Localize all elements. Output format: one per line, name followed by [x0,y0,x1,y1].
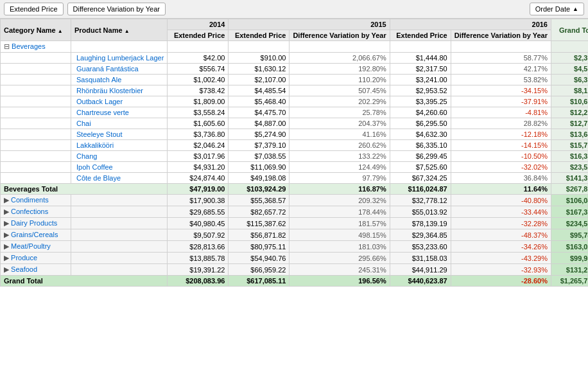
table-cell: $267,868.16 [551,184,589,195]
table-cell: $15,760.44 [551,140,589,151]
col-dv-2016: Difference Variation by Year [451,30,551,41]
table-cell: $2,396.80 [551,53,589,64]
category-label[interactable]: ▶ Meat/Poultry [1,241,71,253]
expand-icon[interactable]: ▶ [4,196,9,204]
row-beverages-total: Beverages Total$47,919.00$103,924.29116.… [1,184,589,195]
table-cell: 58.77% [451,53,551,64]
table-row: Steeleye Stout$3,736.80$5,274.9041.16%$4… [1,129,589,140]
expand-icon[interactable]: ⊟ [4,42,10,50]
table-cell: -48.37% [451,229,551,241]
table-cell: $19,391.22 [168,264,229,276]
table-cell: $103,924.29 [229,184,290,195]
table-cell: -14.15% [451,140,551,151]
table-row: Côte de Blaye$24,874.40$49,198.0897.79%$… [1,173,589,184]
table-cell: 133.22% [290,151,390,162]
table-cell: 196.56% [290,276,390,287]
table-cell: $131,261.73 [551,264,589,276]
year-2014-header: 2014 [168,19,229,30]
category-label[interactable]: ▶ Condiments [1,195,71,206]
category-label[interactable]: ▶ Dairy Products [1,218,71,229]
table-cell: $80,975.11 [229,241,290,253]
table-cell: $55,013.92 [390,206,451,218]
table-cell: -12.18% [451,129,551,140]
row-category: ▶ Confections$29,685.55$82,657.72178.44%… [1,206,589,218]
pill-extended-price[interactable]: Extended Price [4,3,64,15]
row-category: ▶ Dairy Products$40,980.45$115,387.62181… [1,218,589,229]
table-cell: $95,744.59 [551,229,589,241]
table-row: Sasquatch Ale$1,002.40$2,107.00110.20%$3… [1,75,589,85]
table-row: Outback Lager$1,809.00$5,468.40202.29%$3… [1,96,589,107]
table-cell [1,129,71,140]
table-cell [71,229,168,241]
table-cell [71,41,168,53]
table-cell: $9,507.92 [168,229,229,241]
col-dv-2015: Difference Variation by Year [290,30,390,41]
table-cell: 25.78% [290,107,390,118]
table-row: Ipoh Coffee$4,931.20$11,069.90124.49%$7,… [1,162,589,173]
col-header-category[interactable]: Category Name ▲ [1,19,71,41]
table-cell: $56,871.82 [229,229,290,241]
top-bar: Extended Price Difference Variation by Y… [0,0,588,19]
table-cell: $234,507.26 [551,218,589,229]
table-cell [71,264,168,276]
table-cell [1,85,71,96]
expand-icon[interactable]: ▶ [4,254,9,262]
table-cell [71,195,168,206]
row-category: ▶ Meat/Poultry$28,813.66$80,975.11181.03… [1,241,589,253]
table-cell: $16,355.96 [551,151,589,162]
expand-icon[interactable]: ▶ [4,242,9,250]
table-cell: $23,526.70 [551,162,589,173]
product-name-cell: Guaraná Fantástica [71,64,168,75]
table-cell: 181.03% [290,241,390,253]
table-cell: 110.20% [290,75,390,85]
beverages-category-label[interactable]: ⊟ Beverages [1,41,71,53]
table-cell: $28,813.66 [168,241,229,253]
table-cell: $29,685.55 [168,206,229,218]
table-cell: 209.32% [290,195,390,206]
table-cell: $440,623.87 [390,276,451,287]
table-cell [1,96,71,107]
row-category: ▶ Grains/Cereals$9,507.92$56,871.82498.1… [1,229,589,241]
table-cell: $141,396.73 [551,173,589,184]
product-name-cell: Outback Lager [71,96,168,107]
expand-icon[interactable]: ▶ [4,265,9,273]
expand-icon[interactable]: ▶ [4,208,9,215]
table-cell: 202.29% [290,96,390,107]
table-cell: $1,265,792.94 [551,276,589,287]
table-cell: -43.29% [451,253,551,264]
category-label[interactable]: ▶ Seafood [1,264,71,276]
product-sort-icon: ▲ [125,28,130,34]
table-cell: 245.31% [290,264,390,276]
table-cell: $40,980.45 [168,218,229,229]
row-grand-total: Grand Total$208,083.96$617,085.11196.56%… [1,276,589,287]
col-header-product[interactable]: Product Name ▲ [71,19,168,41]
expand-icon[interactable]: ▶ [4,231,9,238]
table-row: Guaraná Fantástica$556.74$1,630.12192.80… [1,64,589,75]
grand-total-label: Grand Total [1,276,168,287]
table-cell: $24,874.40 [168,173,229,184]
table-cell: 97.79% [290,173,390,184]
table-cell: $3,241.00 [390,75,451,85]
table-cell: 36.84% [451,173,551,184]
table-cell: $4,887.00 [229,118,290,129]
table-cell: $53,233.60 [390,241,451,253]
table-cell: $47,919.00 [168,184,229,195]
category-label[interactable]: ▶ Confections [1,206,71,218]
table-row: Chang$3,017.96$7,038.55133.22%$6,299.45-… [1,151,589,162]
table-cell [1,118,71,129]
table-cell: $6,295.50 [390,118,451,129]
table-cell [1,53,71,64]
table-cell: $1,605.60 [168,118,229,129]
col-ep-2014: Extended Price [168,30,229,41]
pill-diff-variation[interactable]: Difference Variation by Year [67,3,166,15]
category-label[interactable]: ▶ Produce [1,253,71,264]
category-label[interactable]: ▶ Grains/Cereals [1,229,71,241]
order-date-button[interactable]: Order Date ▲ [530,3,584,15]
table-cell: $54,940.76 [229,253,290,264]
product-name-cell: Ipoh Coffee [71,162,168,173]
row-category: ▶ Produce$13,885.78$54,940.76295.66%$31,… [1,253,589,264]
table-cell: $2,953.52 [390,85,451,96]
table-cell: $4,475.70 [229,107,290,118]
expand-icon[interactable]: ▶ [4,219,9,227]
table-cell [168,41,229,53]
